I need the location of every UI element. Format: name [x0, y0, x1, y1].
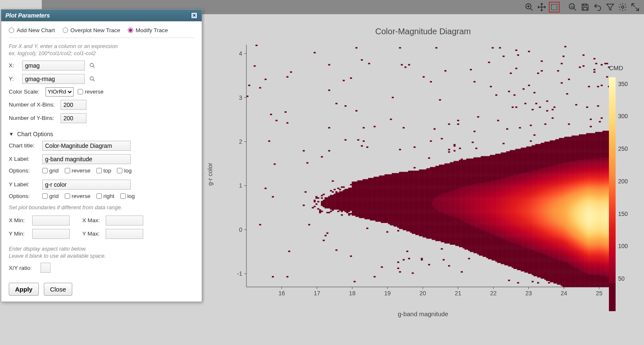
settings-icon[interactable]: [617, 2, 628, 13]
x-log-checkbox[interactable]: log: [117, 167, 132, 174]
y-axis-label: g-r color: [206, 162, 213, 185]
svg-rect-4: [551, 4, 557, 10]
chevron-down-icon: ▼: [9, 131, 14, 137]
zoom-reset-icon[interactable]: 1x: [567, 2, 578, 13]
x-reverse-checkbox[interactable]: reverse: [65, 167, 91, 174]
ylabel-label: Y Label:: [9, 181, 39, 188]
y-log-checkbox[interactable]: log: [120, 193, 135, 199]
undo-icon[interactable]: [592, 2, 603, 13]
chart-panel: Color-Magnitude Diagram g-r color g-band…: [205, 14, 641, 342]
expand-icon[interactable]: [630, 2, 641, 13]
radio-overplot[interactable]: Overplot New Trace: [63, 27, 120, 33]
dialog-title: Plot Parameters: [5, 12, 50, 19]
svg-point-11: [90, 63, 94, 66]
xy-help-text: For X and Y, enter a column or an expres…: [9, 43, 194, 57]
y-right-checkbox[interactable]: right: [96, 193, 114, 199]
y-grid-checkbox[interactable]: grid: [42, 193, 59, 199]
xmax-label: X Max:: [82, 217, 103, 223]
y-reverse-checkbox[interactable]: reverse: [65, 193, 91, 199]
colorscale-select[interactable]: YlOrRd: [46, 87, 74, 96]
save-icon[interactable]: [580, 2, 591, 13]
y-input[interactable]: [22, 74, 85, 84]
select-icon[interactable]: [549, 2, 560, 13]
x-top-checkbox[interactable]: top: [96, 167, 112, 174]
ymax-input[interactable]: [106, 229, 143, 239]
svg-rect-9: [583, 8, 587, 10]
xlabel-input[interactable]: [42, 154, 131, 164]
radio-add-chart[interactable]: Add New Chart: [9, 27, 55, 33]
close-icon[interactable]: ×: [191, 12, 198, 19]
nybins-label: Number of Y-Bins:: [9, 115, 56, 121]
svg-text:1x: 1x: [570, 5, 575, 9]
colorbar-label: CMD: [609, 64, 636, 71]
colorbar: CMD: [609, 64, 636, 315]
xyratio-label: X/Y ratio:: [9, 265, 36, 271]
svg-point-10: [621, 6, 624, 8]
x-input[interactable]: [22, 61, 85, 71]
xyratio-input[interactable]: [41, 263, 51, 273]
search-x-icon[interactable]: [89, 62, 96, 69]
bounds-help: Set plot boundaries if different from da…: [9, 204, 194, 211]
x-grid-checkbox[interactable]: grid: [42, 167, 59, 174]
nxbins-input[interactable]: [61, 100, 86, 110]
zoom-in-icon[interactable]: [524, 2, 535, 13]
plot-parameters-dialog: Plot Parameters × Add New Chart Overplot…: [1, 9, 202, 302]
xmin-label: X Min:: [9, 217, 30, 223]
x-options-label: Options:: [9, 167, 39, 174]
y-label: Y:: [9, 76, 18, 82]
svg-line-12: [93, 66, 94, 68]
chart-options-toggle[interactable]: ▼Chart Options: [9, 131, 194, 137]
chart-title-input[interactable]: [42, 141, 131, 151]
colorbar-canvas: [609, 73, 634, 315]
colorscale-label: Color Scale:: [9, 89, 41, 95]
y-options-label: Options:: [9, 193, 39, 199]
ylabel-input[interactable]: [42, 180, 131, 190]
heatmap-canvas[interactable]: [221, 41, 614, 308]
mode-radio-group: Add New Chart Overplot New Trace Modify …: [9, 27, 194, 38]
xmin-input[interactable]: [32, 216, 70, 226]
ymin-label: Y Min:: [9, 231, 30, 237]
svg-point-13: [90, 76, 94, 80]
close-button[interactable]: Close: [44, 283, 72, 296]
chart-title: Color-Magnitude Diagram: [205, 14, 641, 41]
xlabel-label: X Label:: [9, 156, 39, 162]
search-y-icon[interactable]: [89, 76, 96, 82]
filter-icon[interactable]: [605, 2, 616, 13]
svg-line-14: [93, 80, 94, 81]
ymin-input[interactable]: [32, 229, 70, 239]
pan-icon[interactable]: [536, 2, 547, 13]
svg-line-1: [530, 8, 533, 11]
svg-line-6: [574, 8, 576, 11]
apply-button[interactable]: Apply: [9, 283, 39, 296]
reverse-colorscale-checkbox[interactable]: reverse: [78, 89, 104, 95]
nxbins-label: Number of X-Bins:: [9, 101, 56, 108]
x-axis-label: g-band magnitude: [205, 310, 641, 317]
x-label: X:: [9, 62, 18, 68]
dialog-titlebar[interactable]: Plot Parameters ×: [1, 10, 202, 21]
aspect-help: Enter display aspect ratio below. Leave …: [9, 246, 194, 260]
ymax-label: Y Max:: [82, 231, 103, 237]
radio-modify-trace[interactable]: Modify Trace: [128, 27, 168, 33]
svg-rect-8: [583, 4, 586, 6]
chart-title-label: Chart title:: [9, 142, 39, 149]
xmax-input[interactable]: [106, 216, 143, 226]
nybins-input[interactable]: [61, 113, 86, 123]
